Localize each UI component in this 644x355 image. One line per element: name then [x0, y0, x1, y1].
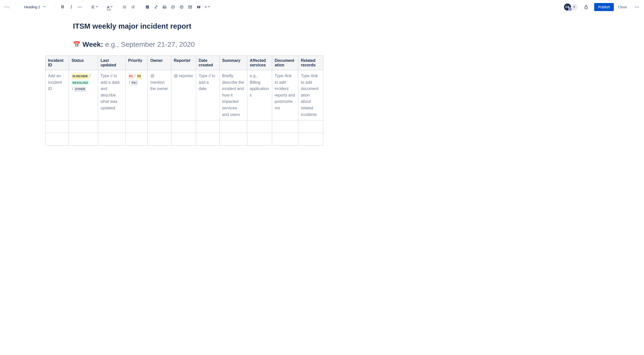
svg-point-1 [79, 7, 80, 7]
editor-content[interactable]: ITSM weekly major incident report 📅 Week… [0, 14, 644, 156]
svg-rect-11 [124, 8, 126, 8]
status-lozenge-other[interactable]: OTHER [74, 86, 86, 92]
svg-rect-17 [133, 8, 135, 8]
cell-status[interactable]: IN REVIEW/ RESOLVED /OTHER [69, 70, 98, 120]
status-lozenge-inreview[interactable]: IN REVIEW [71, 74, 89, 79]
confluence-logo [3, 3, 11, 11]
cell-owner[interactable]: @ mention the owner [148, 70, 171, 120]
mention-button[interactable]: @ [169, 3, 177, 11]
svg-point-10 [123, 8, 124, 9]
calendar-icon: 📅 [73, 41, 80, 48]
svg-point-6 [123, 6, 124, 7]
col-documentation[interactable]: Documentation [272, 56, 298, 70]
chevron-down-icon [96, 6, 98, 8]
col-priority[interactable]: Priority [126, 56, 148, 70]
publish-button[interactable]: Publish [594, 3, 614, 11]
cell-reporter[interactable]: @ reporter [171, 70, 196, 120]
svg-point-22 [181, 7, 181, 7]
image-button[interactable] [160, 3, 169, 11]
chevron-down-icon [110, 6, 113, 8]
cell-documentation[interactable]: Type /link to add incident reports and p… [272, 70, 298, 120]
cell-related[interactable]: Type /link to add documentation about re… [298, 70, 323, 120]
table-row[interactable] [46, 133, 323, 146]
cell-date-created[interactable]: Type // to add a date [196, 70, 219, 120]
close-button[interactable]: Close [615, 3, 630, 11]
svg-point-23 [182, 7, 182, 7]
svg-rect-27 [197, 6, 198, 8]
svg-point-21 [180, 6, 183, 9]
cell-summary[interactable]: Briefly describe the incident and how it… [219, 70, 247, 120]
table-row[interactable] [46, 120, 323, 133]
bullet-list-button[interactable] [120, 3, 129, 11]
editor-toolbar: Heading 2 B I A 123 [0, 0, 644, 14]
svg-point-0 [78, 7, 78, 7]
text-style-label: Heading 2 [24, 5, 40, 9]
table-button[interactable] [186, 3, 194, 11]
svg-rect-15 [133, 7, 135, 7]
table-header-row: Incident ID Status Last updated Priority… [46, 56, 323, 70]
user-avatar[interactable]: CK C [564, 3, 572, 11]
numbered-list-button[interactable]: 123 [129, 3, 137, 11]
emoji-button[interactable] [178, 3, 186, 11]
more-actions-button[interactable] [633, 3, 641, 11]
align-button[interactable] [90, 3, 99, 11]
col-summary[interactable]: Summary [219, 56, 247, 70]
table-row[interactable]: Add an incident ID IN REVIEW/ RESOLVED /… [46, 70, 323, 120]
svg-rect-13 [133, 6, 135, 6]
separator [117, 4, 117, 10]
separator [55, 4, 56, 10]
separator [140, 4, 140, 10]
more-formatting-button[interactable] [76, 3, 84, 11]
week-heading[interactable]: 📅 Week: e.g., September 21-27, 2020 [73, 40, 644, 49]
svg-rect-9 [124, 7, 126, 7]
svg-rect-28 [199, 6, 200, 8]
col-date-created[interactable]: Date created [196, 56, 219, 70]
svg-point-20 [164, 7, 164, 7]
incident-table[interactable]: Incident ID Status Last updated Priority… [45, 56, 323, 146]
svg-rect-7 [124, 6, 126, 6]
col-related-records[interactable]: Related records [298, 56, 323, 70]
status-lozenge-resolved[interactable]: RESOLVED [71, 80, 89, 86]
chevron-down-icon [43, 6, 46, 8]
separator [87, 4, 87, 10]
action-item-button[interactable] [143, 3, 151, 11]
svg-point-8 [123, 7, 124, 8]
svg-point-2 [81, 7, 82, 7]
col-owner[interactable]: Owner [148, 56, 171, 70]
chevron-down-icon [208, 6, 210, 8]
priority-lozenge-p3[interactable]: P3+ [131, 80, 138, 86]
separator [102, 4, 102, 10]
col-incident-id[interactable]: Incident ID [46, 56, 69, 70]
insert-more-button[interactable]: + [203, 3, 211, 11]
layouts-button[interactable] [195, 3, 203, 11]
col-status[interactable]: Status [69, 56, 98, 70]
text-color-button[interactable]: A [105, 3, 114, 11]
cell-incident-id[interactable]: Add an incident ID [46, 70, 69, 120]
text-style-dropdown[interactable]: Heading 2 [22, 3, 52, 11]
cell-last-updated[interactable]: Type // to add a date and describe what … [98, 70, 126, 120]
link-button[interactable] [152, 3, 160, 11]
priority-lozenge-p2[interactable]: P2 [136, 74, 142, 79]
priority-lozenge-p1[interactable]: P1 [128, 74, 134, 79]
collaborator-avatars: CK C + [564, 3, 578, 11]
week-label: Week: [83, 40, 103, 49]
col-last-updated[interactable]: Last updated [98, 56, 126, 70]
restrictions-button[interactable] [582, 3, 590, 11]
col-affected-services[interactable]: Affected services [247, 56, 272, 70]
col-reporter[interactable]: Reporter [171, 56, 196, 70]
week-placeholder: e.g., September 21-27, 2020 [105, 40, 195, 49]
svg-text:3: 3 [131, 7, 132, 9]
svg-point-31 [636, 7, 637, 7]
svg-point-30 [635, 7, 636, 7]
cell-affected[interactable]: e.g., Billing applications [247, 70, 272, 120]
svg-rect-29 [585, 7, 587, 9]
italic-button[interactable]: I [67, 3, 75, 11]
page-title[interactable]: ITSM weekly major incident report [73, 22, 644, 30]
avatar-badge: C [569, 8, 572, 11]
bold-button[interactable]: B [59, 3, 67, 11]
svg-point-32 [638, 7, 639, 7]
cell-priority[interactable]: P1/P2 /P3+ [126, 70, 148, 120]
